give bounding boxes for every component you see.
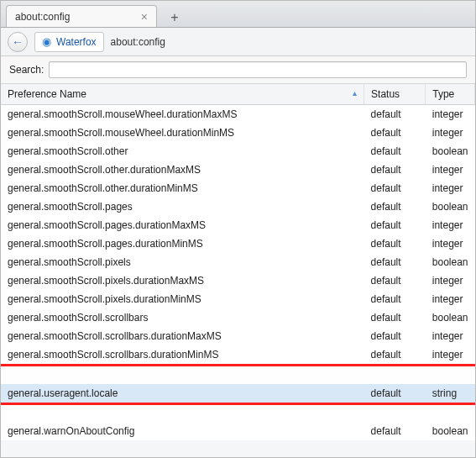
table-row[interactable]: general.smoothScroll.scrollbarsdefaultbo… [1, 308, 475, 327]
cell-type: integer [426, 290, 475, 308]
cell-status: default [364, 197, 426, 216]
table-header-row: Preference Name ▴ Status Type [1, 84, 475, 105]
cell-status: default [364, 124, 426, 142]
cell-status: default [364, 253, 426, 271]
cell-name: general.smoothScroll.pages.durationMaxMS [1, 216, 364, 234]
tab-title: about:config [15, 11, 129, 23]
address-text[interactable]: about:config [111, 36, 165, 48]
cell-type: boolean [426, 142, 475, 161]
cell-name: general.smoothScroll.other.durationMinMS [1, 179, 364, 197]
back-arrow-icon: ← [12, 35, 24, 49]
search-label: Search: [9, 64, 44, 76]
cell-status: default [364, 345, 426, 366]
cell-status: default [364, 327, 426, 345]
cell-status: default [364, 216, 426, 234]
cell-type: integer [426, 105, 475, 124]
cell-status: default [364, 290, 426, 308]
table-row[interactable]: general.useragent.localedefaultstring [1, 384, 475, 404]
cell-type: integer [426, 234, 475, 253]
table-row[interactable]: general.smoothScroll.pixels.durationMaxM… [1, 271, 475, 290]
cell-status: default [364, 384, 426, 404]
cell-type: integer [426, 161, 475, 179]
table-row[interactable]: general.smoothScroll.pixelsdefaultboolea… [1, 253, 475, 271]
table-row[interactable]: general.smoothScroll.pixels.durationMinM… [1, 290, 475, 308]
cell-status: default [364, 308, 426, 327]
cell-status: default [364, 179, 426, 197]
col-status[interactable]: Status [364, 84, 426, 105]
new-tab-button[interactable]: + [164, 8, 186, 27]
cell-name: general.smoothScroll.other.durationMaxMS [1, 161, 364, 179]
plus-icon: + [170, 10, 178, 25]
col-preference-name[interactable]: Preference Name ▴ [1, 84, 364, 105]
back-button[interactable]: ← [8, 32, 28, 52]
tab-strip: about:config × + [1, 1, 475, 28]
cell-type: boolean [426, 308, 475, 327]
cell-status: default [364, 422, 426, 440]
cell-name: general.smoothScroll.pixels [1, 253, 364, 271]
table-row[interactable]: general.smoothScroll.mouseWheel.duration… [1, 124, 475, 142]
cell-status: default [364, 142, 426, 161]
cell-name: general.smoothScroll.pixels.durationMaxM… [1, 271, 364, 290]
sort-asc-icon: ▴ [353, 88, 357, 97]
cell-status: default [364, 271, 426, 290]
cell-name: general.smoothScroll.pages [1, 197, 364, 216]
table-row[interactable]: general.smoothScroll.other.durationMaxMS… [1, 161, 475, 179]
table-row[interactable]: general.smoothScroll.pages.durationMinMS… [1, 234, 475, 253]
table-row[interactable]: general.smoothScroll.pagesdefaultboolean [1, 197, 475, 216]
table-row[interactable]: general.warnOnAboutConfigdefaultboolean [1, 422, 475, 440]
cell-type: string [426, 384, 475, 404]
pref-table: Preference Name ▴ Status Type general.sm… [1, 84, 475, 440]
browser-tab[interactable]: about:config × [6, 5, 157, 27]
cell-type: integer [426, 327, 475, 345]
cell-name: general.smoothScroll.scrollbars.duration… [1, 327, 364, 345]
cell-type: integer [426, 345, 475, 366]
cell-status: default [364, 105, 426, 124]
search-input[interactable] [49, 61, 467, 78]
cell-name: general.smoothScroll.scrollbars.duration… [1, 345, 364, 366]
globe-icon: ◉ [42, 35, 51, 48]
cell-name: general.smoothScroll.mouseWheel.duration… [1, 105, 364, 124]
highlight-marker-bottom [1, 403, 475, 422]
cell-type: boolean [426, 253, 475, 271]
highlight-marker-top [1, 366, 475, 384]
cell-status: default [364, 234, 426, 253]
search-row: Search: [1, 56, 475, 84]
cell-name: general.smoothScroll.pages.durationMinMS [1, 234, 364, 253]
cell-type: integer [426, 271, 475, 290]
close-icon[interactable]: × [141, 11, 148, 23]
cell-type: integer [426, 124, 475, 142]
cell-name: general.smoothScroll.pixels.durationMinM… [1, 290, 364, 308]
table-row[interactable]: general.smoothScroll.pages.durationMaxMS… [1, 216, 475, 234]
cell-type: integer [426, 179, 475, 197]
table-row[interactable]: general.smoothScroll.other.durationMinMS… [1, 179, 475, 197]
cell-type: boolean [426, 197, 475, 216]
cell-name: general.warnOnAboutConfig [1, 422, 364, 440]
cell-name: general.smoothScroll.mouseWheel.duration… [1, 124, 364, 142]
brand-label: Waterfox [56, 36, 97, 48]
pref-table-wrap: Preference Name ▴ Status Type general.sm… [1, 84, 475, 440]
cell-type: integer [426, 216, 475, 234]
table-row[interactable]: general.smoothScroll.scrollbars.duration… [1, 327, 475, 345]
cell-name: general.smoothScroll.other [1, 142, 364, 161]
table-row[interactable]: general.smoothScroll.mouseWheel.duration… [1, 105, 475, 124]
cell-type: boolean [426, 422, 475, 440]
nav-bar: ← ◉ Waterfox about:config [1, 28, 475, 56]
col-type[interactable]: Type [426, 84, 475, 105]
table-row[interactable]: general.smoothScroll.scrollbars.duration… [1, 345, 475, 366]
cell-name: general.useragent.locale [1, 384, 364, 404]
cell-status: default [364, 161, 426, 179]
cell-name: general.smoothScroll.scrollbars [1, 308, 364, 327]
table-row[interactable]: general.smoothScroll.otherdefaultboolean [1, 142, 475, 161]
identity-box[interactable]: ◉ Waterfox [34, 32, 104, 52]
